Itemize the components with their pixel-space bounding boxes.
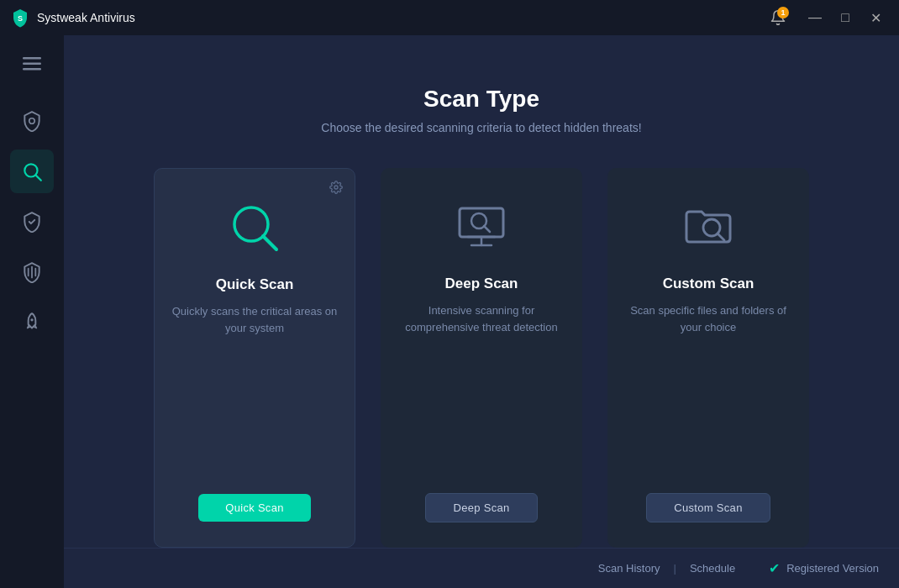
deep-scan-title: Deep Scan [445, 276, 518, 292]
sidebar-item-protection[interactable] [10, 99, 54, 143]
custom-scan-card: Custom Scan Scan specific files and fold… [607, 168, 809, 548]
custom-scan-button[interactable]: Custom Scan [646, 493, 770, 522]
close-button[interactable]: ✕ [862, 8, 889, 28]
svg-point-10 [30, 318, 33, 321]
footer-links: Scan History | Schedule [598, 562, 735, 575]
quick-scan-title: Quick Scan [216, 276, 294, 293]
deep-scan-card: Deep Scan Intensive scanning for compreh… [381, 168, 582, 548]
quick-scan-settings-icon[interactable] [329, 181, 343, 194]
quick-scan-card: Quick Scan Quickly scans the critical ar… [154, 168, 355, 548]
deep-scan-icon [448, 193, 515, 260]
custom-scan-title: Custom Scan [663, 276, 754, 292]
scan-history-link[interactable]: Scan History [598, 562, 660, 575]
registered-label: Registered Version [786, 562, 879, 575]
sidebar [0, 35, 64, 588]
maximize-button[interactable]: □ [832, 8, 859, 28]
app-title: Systweak Antivirus [37, 11, 135, 24]
svg-line-13 [263, 236, 276, 249]
schedule-link[interactable]: Schedule [690, 562, 735, 575]
title-bar-left: S Systweak Antivirus [10, 8, 765, 28]
footer-divider: | [674, 562, 676, 575]
svg-line-21 [718, 234, 724, 240]
scan-cards-container: Quick Scan Quickly scans the critical ar… [64, 168, 899, 548]
page-header: Scan Type Choose the desired scanning cr… [64, 35, 899, 168]
title-bar-controls: 1 — □ ✕ [765, 4, 889, 31]
page-title: Scan Type [64, 86, 899, 113]
page-subtitle: Choose the desired scanning criteria to … [64, 121, 899, 134]
quick-scan-button[interactable]: Quick Scan [198, 494, 310, 522]
custom-scan-desc: Scan specific files and folders of your … [624, 302, 792, 473]
svg-line-6 [36, 176, 41, 181]
quick-scan-desc: Quickly scans the critical areas on your… [171, 303, 338, 474]
svg-rect-14 [460, 208, 503, 237]
svg-line-19 [484, 226, 490, 232]
custom-scan-icon [675, 193, 742, 260]
svg-rect-3 [23, 68, 41, 71]
title-bar: S Systweak Antivirus 1 — □ ✕ [0, 0, 899, 35]
quick-scan-icon [221, 194, 288, 261]
sidebar-item-firewall[interactable] [10, 250, 54, 294]
sidebar-item-shield-check[interactable] [10, 200, 54, 244]
notification-badge: 1 [777, 7, 789, 18]
notification-button[interactable]: 1 [765, 4, 791, 31]
deep-scan-desc: Intensive scanning for comprehensive thr… [397, 302, 565, 473]
sidebar-item-scan[interactable] [10, 150, 54, 193]
footer: Scan History | Schedule ✔ Registered Ver… [64, 548, 899, 588]
registered-check-icon: ✔ [769, 560, 780, 576]
main-layout: Scan Type Choose the desired scanning cr… [0, 35, 899, 588]
sidebar-menu-icon[interactable] [13, 49, 50, 79]
svg-rect-2 [23, 63, 41, 66]
svg-rect-1 [23, 57, 41, 60]
svg-text:S: S [18, 14, 23, 23]
minimize-button[interactable]: — [802, 8, 828, 28]
svg-point-4 [29, 118, 35, 124]
footer-right: ✔ Registered Version [769, 560, 879, 576]
content-area: Scan Type Choose the desired scanning cr… [64, 35, 899, 588]
sidebar-item-booster[interactable] [10, 301, 54, 344]
deep-scan-button[interactable]: Deep Scan [425, 493, 537, 522]
app-logo: S [10, 8, 30, 28]
svg-point-11 [334, 186, 338, 189]
